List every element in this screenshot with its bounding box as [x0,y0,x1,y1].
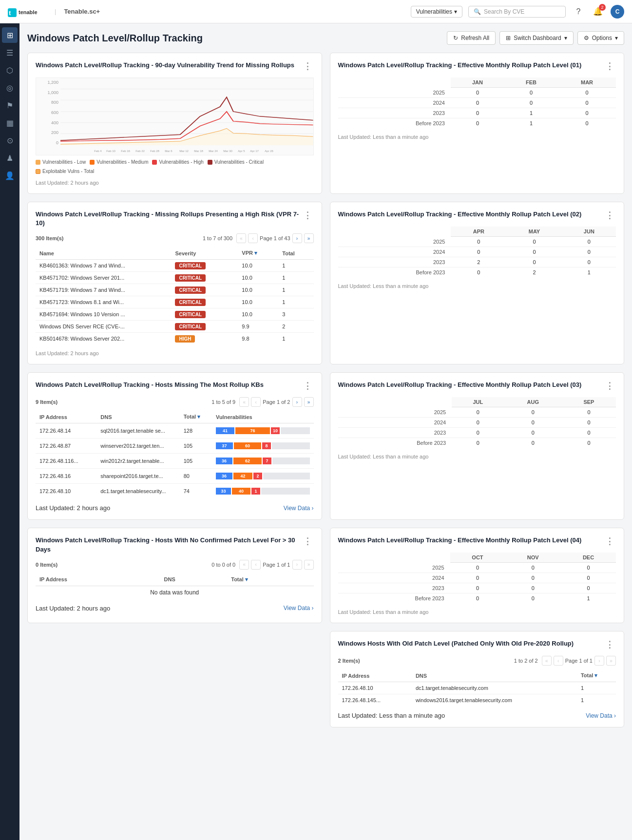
row-severity: CRITICAL [171,308,238,321]
missing-rollups-pagination: 300 Item(s) 1 to 7 of 300 « ‹ Page 1 of … [36,233,314,243]
sidebar-item-reports[interactable]: ⊙ [2,133,18,148]
sidebar-item-plugins[interactable]: ♟ [2,150,18,166]
notifications-icon[interactable]: 🔔 2 [591,5,605,19]
cell-value: 0 [505,563,561,573]
sidebar-item-network[interactable]: ⬡ [2,62,18,78]
user-avatar[interactable]: C [611,5,624,19]
cell-value: 0 [562,428,616,438]
old-patch-menu[interactable]: ⋮ [603,639,616,650]
svg-text:tenable: tenable [19,9,38,15]
missing-rollups-footer: Last Updated: 2 hours ago [36,350,314,356]
row-ip: 172.26.48.145... [338,694,412,706]
trend-chart-menu[interactable]: ⋮ [301,61,314,72]
rollup04-menu[interactable]: ⋮ [603,536,616,547]
help-icon[interactable]: ? [572,5,585,19]
rollup02-header: Windows Patch Level/Rollup Tracking - Ef… [338,210,616,221]
cell-value: 0 [504,418,562,428]
cell-value: 0 [451,88,504,98]
row-vpr: 9.8 [238,333,278,345]
hosts-first-btn[interactable]: « [239,397,249,407]
table-row: 172.26.48.14 sql2016.target.tenable se..… [36,423,314,439]
refresh-all-button[interactable]: ↻ Refresh All [447,31,496,45]
hosts-no-patch-view-data[interactable]: View Data › [284,605,314,611]
hosts-missing-view-data[interactable]: Refresh All View Data › [284,505,314,512]
row-total: 74 [180,484,212,499]
no-patch-prev-btn[interactable]: ‹ [251,560,261,570]
rollup01-menu[interactable]: ⋮ [603,61,616,72]
sidebar-item-menu[interactable]: ☰ [2,45,18,60]
hosts-prev-btn[interactable]: ‹ [251,397,261,407]
svg-text:Apr 26: Apr 26 [265,150,273,153]
row-label: 2023 [338,583,450,593]
cell-value: 1 [562,267,616,278]
no-patch-last-btn[interactable]: » [304,560,314,570]
switch-dashboard-button[interactable]: ⊞ Switch Dashboard ▾ [499,31,573,45]
cell-value: 0 [562,418,616,428]
row-total: 1 [278,333,313,345]
prev-page-btn[interactable]: ‹ [248,233,258,243]
hosts-missing-card: Windows Patch Level/Rollup Tracking - Ho… [27,372,322,520]
rollup02-menu[interactable]: ⋮ [603,210,616,221]
row-severity: CRITICAL [171,260,238,272]
col-dns: DNS [96,411,179,423]
rollup02-card: Windows Patch Level/Rollup Tracking - Ef… [330,202,625,364]
svg-text:Feb 10: Feb 10 [106,150,115,153]
cell-value: 0 [562,247,616,257]
next-page-btn[interactable]: › [292,233,302,243]
table-row: Before 2023001 [338,593,616,604]
options-button[interactable]: ⚙ Options ▾ [577,31,624,45]
row-label: 2023 [338,257,451,267]
row-name: KB4571694: Windows 10 Version ... [36,308,171,321]
missing-rollups-menu[interactable]: ⋮ [301,210,314,221]
sidebar-item-flag[interactable]: ⚑ [2,97,18,113]
search-bar[interactable]: 🔍 Search By CVE [468,6,566,18]
chevron-down-icon: ▾ [564,35,567,41]
sidebar-item-dashboard[interactable]: ⊞ [2,27,18,43]
row-ip: 172.26.48.116... [36,454,96,469]
rollup03-menu[interactable]: ⋮ [603,381,616,391]
no-patch-first-btn[interactable]: « [239,560,249,570]
no-patch-next-btn[interactable]: › [292,560,302,570]
old-patch-last-btn[interactable]: » [606,656,616,666]
row-name: KB4601363: Windows 7 and Wind... [36,260,171,272]
hosts-missing-menu[interactable]: ⋮ [301,381,314,391]
rollup02-footer: Last Updated: Less than a minute ago [338,283,616,289]
legend-low: Vulnerabilities - Low [36,159,86,165]
table-row: 172.26.48.16 sharepoint2016.target.te...… [36,469,314,484]
cell-value: 0 [561,583,616,593]
missing-rollups-title: Windows Patch Level/Rollup Tracking - Mi… [36,210,301,228]
cell-value: 0 [451,108,504,118]
svg-text:Feb 4: Feb 4 [94,150,102,153]
hosts-last-btn[interactable]: » [304,397,314,407]
table-row: 172.26.48.10 dc1.target.tenablesecurity.… [36,484,314,499]
old-patch-first-btn[interactable]: « [542,656,552,666]
main-content: Windows Patch Level/Rollup Tracking ↻ Re… [19,23,632,840]
cell-value: 0 [451,267,506,278]
first-page-btn[interactable]: « [236,233,246,243]
row-total: 1 [278,296,313,308]
sidebar-item-assets[interactable]: ▦ [2,115,18,131]
hosts-next-btn[interactable]: › [292,397,302,407]
row-dns: win2012r2.target.tenable... [96,454,179,469]
cell-value: 0 [504,98,558,108]
row-total: 1 [577,682,616,694]
old-patch-prev-btn[interactable]: ‹ [554,656,563,666]
cell-value: 0 [450,563,505,573]
row-label: 2024 [338,247,451,257]
row-severity: CRITICAL [171,284,238,296]
row-vulns: 36422 [212,469,314,484]
row-total: 2 [278,321,313,333]
chart-y-axis: 1,200 1,000 800 600 400 200 0 [36,78,60,145]
vulnerabilities-dropdown[interactable]: Vulnerabilities ▾ [411,6,462,18]
hosts-no-patch-menu[interactable]: ⋮ [301,536,314,547]
hosts-missing-footer: Last Updated: 2 hours ago Refresh All Vi… [36,504,314,512]
sidebar-item-user[interactable]: 👤 [2,168,18,183]
old-patch-view-data[interactable]: View Data › [586,712,616,719]
old-patch-next-btn[interactable]: › [594,656,604,666]
last-page-btn[interactable]: » [304,233,314,243]
row-total: 1 [278,284,313,296]
row-vpr: 10.0 [238,296,278,308]
rollup03-col-sep: SEP [562,397,616,407]
row-vpr: 10.0 [238,308,278,321]
sidebar-item-scan[interactable]: ◎ [2,80,18,95]
